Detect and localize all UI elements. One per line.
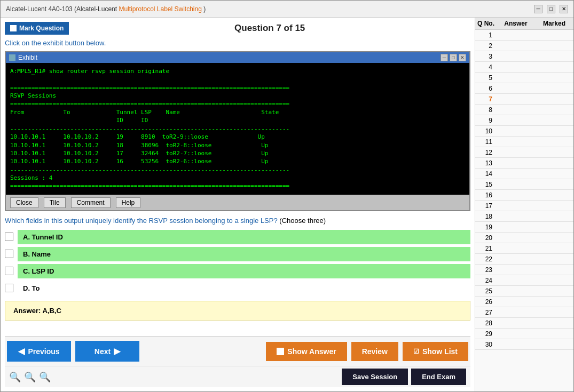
exhibit-comment-button[interactable]: Comment [71,197,111,208]
close-button[interactable]: ✕ [560,5,568,13]
option-label-a[interactable]: A. Tunnel ID [18,230,470,244]
zoom-out-button[interactable]: 🔍 [24,371,36,383]
question-row-23[interactable]: 23 [475,265,573,275]
question-row-12[interactable]: 12 [475,147,573,158]
exhibit-controls: ─ □ ✕ [441,54,466,61]
option-label-d[interactable]: D. To [18,281,470,295]
q-num-16: 16 [475,191,497,199]
question-row-25[interactable]: 25 [475,286,573,297]
show-list-button[interactable]: ☑ Show List [403,342,468,361]
question-row-3[interactable]: 3 [475,51,573,62]
exhibit-tile-button[interactable]: Tile [44,197,66,208]
question-row-27[interactable]: 27 [475,307,573,318]
question-row-11[interactable]: 11 [475,137,573,147]
show-list-label: Show List [422,347,458,356]
exhibit-minimize-btn[interactable]: ─ [441,54,448,61]
option-label-c[interactable]: C. LSP ID [18,264,470,278]
question-row-6[interactable]: 6 [475,83,573,94]
q-num-22: 22 [475,255,497,263]
question-title: Question 7 of 15 [69,23,470,34]
q-num-26: 26 [475,298,497,306]
question-row-20[interactable]: 20 [475,233,573,243]
window-title: Alcatel-Lucent 4A0-103 (Alcatel-Lucent M… [6,5,206,13]
previous-button[interactable]: ◀ Previous [7,341,71,362]
question-row-2[interactable]: 2 [475,41,573,51]
review-label: Review [362,347,388,356]
exhibit-icon [9,54,15,61]
right-panel-body[interactable]: 1 2 3 4 5 6 7 8 9 10 11 [475,30,573,391]
show-answer-button[interactable]: Show Answer [266,342,347,361]
question-row-9[interactable]: 9 [475,115,573,126]
title-highlight: Multiprotocol Label Switching [119,5,201,13]
end-exam-button[interactable]: End Exam [411,369,466,385]
question-row-29[interactable]: 29 [475,329,573,339]
next-label: Next [95,347,111,356]
q-num-13: 13 [475,159,497,167]
exhibit-help-button[interactable]: Help [116,197,141,208]
q-num-30: 30 [475,341,497,348]
question-row-26[interactable]: 26 [475,297,573,307]
q-num-29: 29 [475,330,497,338]
q-num-7: 7 [475,95,497,103]
q-num-9: 9 [475,117,497,124]
q-num-27: 27 [475,309,497,316]
q-num-10: 10 [475,127,497,135]
show-answer-icon [277,348,284,355]
q-num-28: 28 [475,319,497,327]
question-row-15[interactable]: 15 [475,179,573,190]
q-num-20: 20 [475,234,497,242]
q-num-2: 2 [475,42,497,50]
option-checkbox-d[interactable] [5,284,13,292]
q-num-18: 18 [475,213,497,220]
q-num-3: 3 [475,53,497,60]
question-row-8[interactable]: 8 [475,105,573,115]
question-row-10[interactable]: 10 [475,126,573,137]
zoom-reset-button[interactable]: 🔍 [39,371,51,383]
question-row-22[interactable]: 22 [475,254,573,265]
exhibit-maximize-btn[interactable]: □ [450,54,457,61]
q-num-8: 8 [475,106,497,114]
mark-question-label: Mark Question [19,25,64,32]
maximize-button[interactable]: □ [547,5,555,13]
exhibit-footer: Close Tile Comment Help [6,195,469,210]
question-row-24[interactable]: 24 [475,275,573,286]
save-session-button[interactable]: Save Session [342,369,408,385]
exhibit-box: Exhibit ─ □ ✕ A:MPLS_R1# show router rsv… [5,51,470,211]
exhibit-close-btn[interactable]: ✕ [459,54,466,61]
question-row-17[interactable]: 17 [475,201,573,211]
question-row-18[interactable]: 18 [475,211,573,222]
question-row-19[interactable]: 19 [475,222,573,233]
left-arrow-icon: ◀ [18,346,25,356]
question-row-28[interactable]: 28 [475,318,573,329]
question-row-21[interactable]: 21 [475,243,573,254]
title-bar: Alcatel-Lucent 4A0-103 (Alcatel-Lucent M… [1,1,573,18]
question-row-14[interactable]: 14 [475,169,573,179]
question-row-5[interactable]: 5 [475,73,573,83]
question-row-13[interactable]: 13 [475,158,573,169]
option-label-b[interactable]: B. Name [18,247,470,261]
exhibit-content: A:MPLS_R1# show router rsvp session orig… [10,67,465,190]
question-row-30[interactable]: 30 [475,339,573,350]
option-checkbox-b[interactable] [5,250,13,258]
options-list: A. Tunnel ID B. Name C. LSP ID D. To [5,230,470,295]
minimize-button[interactable]: ─ [534,5,542,13]
next-button[interactable]: Next ▶ [75,341,139,362]
header-answer: Answer [497,20,535,27]
question-row-1[interactable]: 1 [475,30,573,41]
question-row-7[interactable]: 7 [475,94,573,105]
header-qno: Q No. [475,20,497,27]
exhibit-close-button[interactable]: Close [10,197,38,208]
option-row-a: A. Tunnel ID [5,230,470,244]
mark-question-button[interactable]: Mark Question [5,22,69,35]
exhibit-title-left: Exhibit [9,54,37,61]
option-row-d: D. To [5,281,470,295]
q-num-5: 5 [475,74,497,82]
question-row-16[interactable]: 16 [475,190,573,201]
question-suffix: (Choose three) [279,217,326,225]
question-row-4[interactable]: 4 [475,62,573,73]
review-button[interactable]: Review [351,342,398,361]
app-window: Alcatel-Lucent 4A0-103 (Alcatel-Lucent M… [0,0,574,392]
zoom-in-button[interactable]: 🔍 [9,371,21,383]
option-checkbox-c[interactable] [5,267,13,275]
option-checkbox-a[interactable] [5,233,13,241]
